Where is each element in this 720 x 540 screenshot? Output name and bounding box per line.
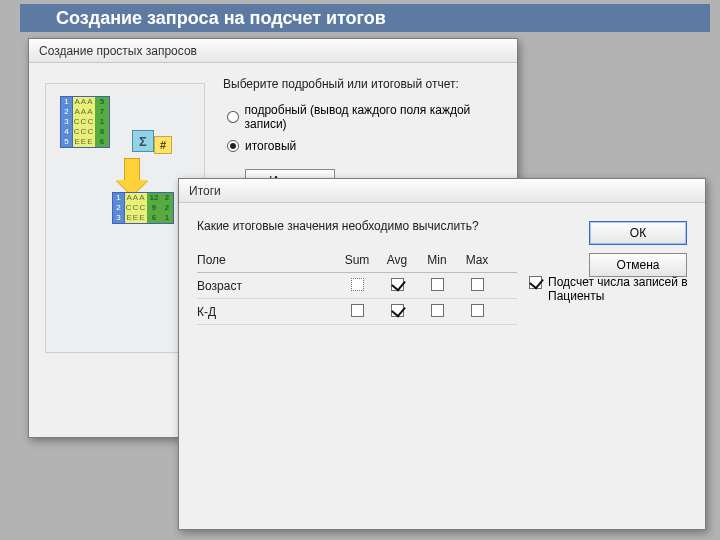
cancel-button[interactable]: Отмена <box>589 253 687 277</box>
wizard-titlebar: Создание простых запросов <box>29 39 517 63</box>
radio-summary-label: итоговый <box>245 139 296 153</box>
checkbox-sum[interactable] <box>351 304 364 317</box>
totals-dialog: Итоги Какие итоговые значения необходимо… <box>178 178 706 530</box>
slide-title: Создание запроса на подсчет итогов <box>20 4 710 32</box>
illus-dst-table: 1AAA122 2CCC92 3EEE61 <box>112 192 174 224</box>
illus-src-table: 1AAA5 2AAA7 3CCC1 4CCC8 5EEE6 <box>60 96 110 148</box>
checkbox-sum[interactable] <box>351 278 364 291</box>
checkbox-max[interactable] <box>471 278 484 291</box>
checkbox-avg[interactable] <box>391 278 404 291</box>
sigma-icon: Σ <box>132 130 154 152</box>
wizard-prompt: Выберите подробный или итоговый отчет: <box>223 77 503 91</box>
ok-button[interactable]: ОК <box>589 221 687 245</box>
col-field: Поле <box>197 253 337 267</box>
count-records-label: Подсчет числа записей в Пациенты <box>548 275 689 303</box>
hash-icon: # <box>154 136 172 154</box>
radio-detail-label: подробный (вывод каждого поля каждой зап… <box>245 103 503 131</box>
checkbox-max[interactable] <box>471 304 484 317</box>
table-row: Возраст <box>197 273 517 299</box>
col-min: Min <box>417 253 457 267</box>
totals-titlebar: Итоги <box>179 179 705 203</box>
col-sum: Sum <box>337 253 377 267</box>
checkbox-count[interactable] <box>529 276 542 289</box>
checkbox-avg[interactable] <box>391 304 404 317</box>
radio-icon <box>227 140 239 152</box>
field-label: Возраст <box>197 279 337 293</box>
field-label: К-Д <box>197 305 337 319</box>
checkbox-min[interactable] <box>431 304 444 317</box>
radio-icon <box>227 111 239 123</box>
col-max: Max <box>457 253 497 267</box>
totals-grid: Поле Sum Avg Min Max Возраст К-Д <box>197 247 517 325</box>
radio-summary[interactable]: итоговый <box>227 139 503 153</box>
radio-detail[interactable]: подробный (вывод каждого поля каждой зап… <box>227 103 503 131</box>
count-records-option[interactable]: Подсчет числа записей в Пациенты <box>529 275 689 303</box>
checkbox-min[interactable] <box>431 278 444 291</box>
table-row: К-Д <box>197 299 517 325</box>
col-avg: Avg <box>377 253 417 267</box>
